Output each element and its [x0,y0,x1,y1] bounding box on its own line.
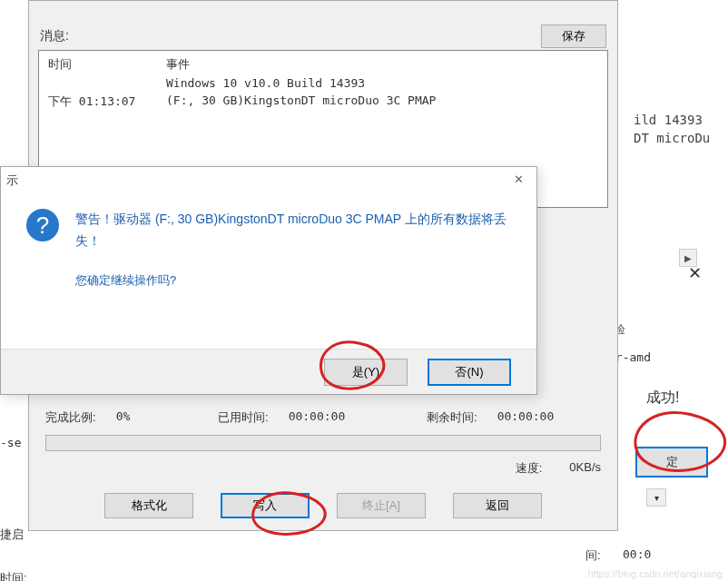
confirm-question: 您确定继续操作吗? [75,272,511,289]
ok-button[interactable]: 定 [635,447,708,478]
log-event-cell: (F:, 30 GB)KingstonDT microDuo 3C PMAP [166,94,598,110]
message-label: 消息: [40,28,69,44]
close-icon[interactable]: ✕ [688,263,702,283]
dialog-title: 示 [6,172,18,189]
fragment-bottom-right: 00:0 [623,547,651,561]
remain-label: 剩余时间: [427,409,477,426]
write-button[interactable]: 写入 [221,493,310,518]
back-button[interactable]: 返回 [453,493,542,518]
elapsed-label: 已用时间: [218,409,269,426]
stop-button: 终止[A] [337,493,426,518]
fragment-bottom-time: 时间: [0,570,27,581]
log-header-event: 事件 [166,56,598,73]
log-time-cell [48,76,166,90]
log-time-cell: 下午 01:13:07 [48,94,166,110]
progress-bar [45,435,601,451]
progress-pct-label: 完成比例: [45,409,96,426]
dialog-close-icon[interactable]: ✕ [514,172,524,186]
warning-text: 警告！驱动器 (F:, 30 GB)KingstonDT microDuo 3C… [75,209,511,252]
chevron-down-icon[interactable]: ▾ [646,488,666,507]
progress-section: 完成比例: 0% 已用时间: 00:00:00 剩余时间: 00:00:00 速… [45,409,601,518]
elapsed-value: 00:00:00 [289,409,346,426]
progress-pct-value: 0% [116,409,131,426]
fragment-left-1: -se [0,434,21,451]
log-event-cell: Windows 10 v10.0 Build 14393 [166,76,598,90]
fragment-left-2: 捷启 [0,527,24,543]
speed-value: 0KB/s [569,460,601,477]
yes-button[interactable]: 是(Y) [324,359,408,386]
bg-text-line1: ild 14393 [634,113,703,127]
save-button[interactable]: 保存 [541,25,606,48]
no-button[interactable]: 否(N) [428,359,511,386]
question-icon: ? [26,209,59,241]
fragment-bottom-label: 间: [585,547,601,564]
log-header-time: 时间 [48,56,166,73]
confirm-dialog: 示 ✕ ? 警告！驱动器 (F:, 30 GB)KingstonDT micro… [0,166,537,395]
bg-success-text: 成功! [646,389,679,408]
watermark: https://blog.csdn.net/anqixiang [587,568,723,579]
format-button[interactable]: 格式化 [104,493,193,518]
bg-text-line2: DT microDu [634,131,710,145]
remain-value: 00:00:00 [497,409,555,426]
speed-label: 速度: [516,460,543,477]
